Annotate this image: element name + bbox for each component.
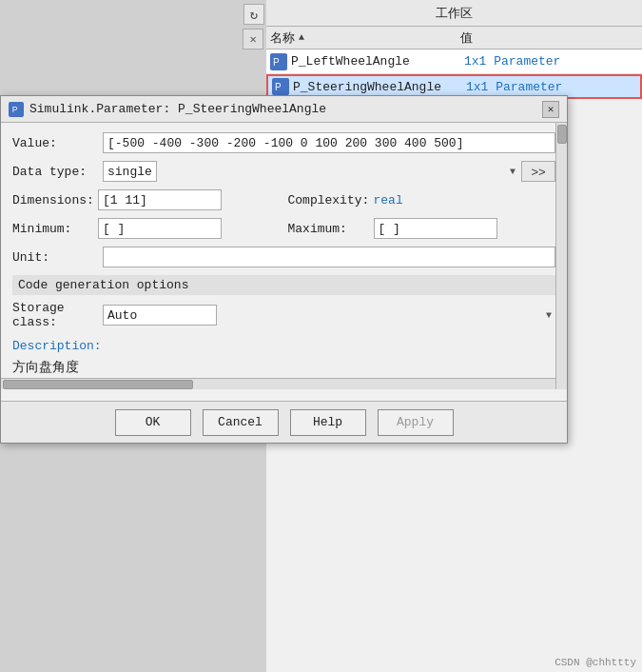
help-button[interactable]: Help bbox=[290, 409, 366, 436]
dialog-icon: P bbox=[9, 102, 24, 117]
description-text: 方向盘角度 bbox=[12, 359, 555, 376]
row-name: P_LeftWheelAngle bbox=[291, 54, 464, 69]
cancel-button[interactable]: Cancel bbox=[203, 409, 279, 436]
row-value: 1x1 Parameter bbox=[466, 80, 636, 94]
storage-class-select-wrapper: Auto ExportedGlobal ImportedExtern bbox=[103, 305, 555, 326]
dialog-content: Value: Data type: single double int8 uin… bbox=[1, 123, 567, 443]
description-section: Description: 方向盘角度 bbox=[12, 339, 555, 376]
complexity-value: real bbox=[374, 193, 403, 208]
ok-button[interactable]: OK bbox=[115, 409, 191, 436]
dialog-close-button[interactable]: ✕ bbox=[542, 101, 559, 118]
dimensions-input[interactable] bbox=[98, 189, 222, 210]
complexity-col: Complexity: real bbox=[288, 193, 556, 208]
workspace-table-header: 名称 ▲ 值 bbox=[266, 27, 642, 49]
apply-button[interactable]: Apply bbox=[378, 409, 454, 436]
dialog-title-bar: P Simulink.Parameter: P_SteeringWheelAng… bbox=[1, 96, 567, 123]
parameter-dialog: P Simulink.Parameter: P_SteeringWheelAng… bbox=[0, 95, 568, 444]
unit-row: Unit: bbox=[12, 247, 555, 267]
maximum-label: Maximum: bbox=[288, 222, 374, 236]
storage-class-row: Storage class: Auto ExportedGlobal Impor… bbox=[12, 301, 555, 329]
svg-text:P: P bbox=[275, 82, 282, 92]
datatype-select-wrapper: single double int8 uint8 int16 uint16 in… bbox=[103, 161, 519, 182]
row-parameter-icon: P bbox=[272, 78, 289, 95]
unit-label: Unit: bbox=[12, 250, 103, 265]
row-value: 1x1 Parameter bbox=[464, 54, 638, 69]
svg-text:P: P bbox=[12, 105, 18, 114]
datatype-select[interactable]: single double int8 uint8 int16 uint16 in… bbox=[103, 161, 157, 182]
watermark: CSDN @chhttty bbox=[554, 657, 636, 668]
dialog-title-left: P Simulink.Parameter: P_SteeringWheelAng… bbox=[9, 102, 326, 117]
sort-arrow-icon: ▲ bbox=[299, 32, 304, 43]
svg-text:P: P bbox=[273, 57, 280, 68]
maximum-input[interactable] bbox=[374, 218, 497, 239]
col-value-header: 值 bbox=[460, 30, 638, 47]
code-gen-header: Code generation options bbox=[12, 275, 555, 295]
row-parameter-icon: P bbox=[270, 53, 287, 70]
datatype-row: Data type: single double int8 uint8 int1… bbox=[12, 161, 555, 182]
storage-class-label: Storage class: bbox=[12, 301, 103, 329]
col-name-header: 名称 ▲ bbox=[270, 30, 460, 47]
workspace-row[interactable]: PP_LeftWheelAngle1x1 Parameter bbox=[266, 49, 642, 74]
dialog-title-text: Simulink.Parameter: P_SteeringWheelAngle bbox=[29, 102, 326, 116]
minimum-label: Minimum: bbox=[12, 222, 98, 236]
hscroll-thumb[interactable] bbox=[3, 380, 193, 389]
workspace-title: 工作区 bbox=[266, 0, 642, 27]
horizontal-scrollbar[interactable] bbox=[1, 378, 555, 389]
maximum-col: Maximum: bbox=[288, 218, 556, 239]
min-max-row: Minimum: Maximum: bbox=[12, 218, 555, 239]
dimensions-complexity-row: Dimensions: Complexity: real bbox=[12, 189, 555, 210]
minimum-col: Minimum: bbox=[12, 218, 281, 239]
refresh-icon: ↻ bbox=[243, 4, 264, 25]
storage-class-select[interactable]: Auto ExportedGlobal ImportedExtern bbox=[103, 305, 217, 326]
datatype-label: Data type: bbox=[12, 165, 103, 179]
scroll-thumb[interactable] bbox=[557, 125, 567, 144]
description-label: Description: bbox=[12, 339, 555, 353]
dimensions-col: Dimensions: bbox=[12, 189, 281, 210]
dimensions-label: Dimensions: bbox=[12, 193, 98, 208]
datatype-expand-button[interactable]: >> bbox=[521, 161, 555, 182]
vertical-scrollbar[interactable] bbox=[555, 123, 567, 389]
value-input[interactable] bbox=[103, 132, 555, 153]
value-row: Value: bbox=[12, 132, 555, 153]
minimum-input[interactable] bbox=[98, 218, 222, 239]
complexity-label: Complexity: bbox=[288, 193, 374, 208]
value-label: Value: bbox=[12, 136, 103, 150]
workspace-rows: PP_LeftWheelAngle1x1 ParameterPP_Steerin… bbox=[266, 49, 642, 99]
dialog-buttons: OK Cancel Help Apply bbox=[1, 401, 567, 443]
left-panel-close-button[interactable]: ✕ bbox=[243, 29, 263, 49]
row-name: P_SteeringWheelAngle bbox=[293, 80, 466, 94]
unit-input[interactable] bbox=[103, 247, 555, 267]
